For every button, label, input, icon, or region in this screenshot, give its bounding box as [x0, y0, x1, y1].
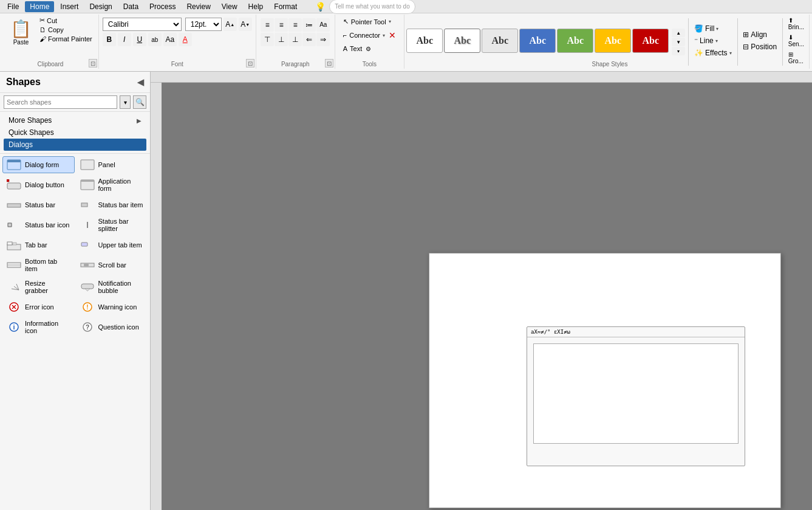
menu-view[interactable]: View — [217, 1, 242, 12]
underline-button[interactable]: U — [133, 33, 146, 46]
menu-file[interactable]: File — [2, 1, 24, 12]
sep1 — [688, 18, 689, 66]
menu-data[interactable]: Data — [118, 1, 143, 12]
shape-error-icon[interactable]: Error icon — [2, 298, 75, 315]
connector-tool-button[interactable]: ⌐ Connector ▾ ✕ — [339, 29, 400, 42]
search-dropdown-button[interactable]: ▾ — [120, 95, 131, 109]
align-center-button[interactable]: ≡ — [275, 18, 288, 32]
fill-button[interactable]: 🪣 Fill ▾ — [692, 23, 734, 34]
text-tool-button[interactable]: A Text ⚙ — [339, 43, 400, 54]
paragraph-controls: ≡ ≡ ≡ ≔ Aa ⊤ ⊥ ⊥ ⇐ ⇒ — [261, 18, 330, 56]
align-middle-button[interactable]: ⊥ — [275, 33, 288, 46]
menu-review[interactable]: Review — [182, 1, 215, 12]
menu-help[interactable]: Help — [244, 1, 268, 12]
shape-style-5[interactable]: Abc — [557, 29, 593, 53]
font-expand[interactable]: ⊡ — [246, 59, 254, 67]
paragraph-expand[interactable]: ⊡ — [325, 59, 333, 67]
shape-styles-scroll-down[interactable]: ▼ — [672, 38, 685, 46]
shape-upper-tab-item[interactable]: Upper tab item — [76, 236, 148, 253]
font-face-select[interactable]: Calibri — [103, 18, 182, 31]
question-icon-shape: ? — [80, 322, 95, 333]
shape-status-bar[interactable]: Status bar — [2, 196, 75, 213]
nav-dialogs[interactable]: Dialogs — [4, 139, 146, 151]
paste-button[interactable]: 📋 Paste — [6, 16, 36, 49]
font-size-aa-button[interactable]: Aa — [163, 33, 177, 46]
indent-decrease-button[interactable]: ⇐ — [302, 33, 316, 46]
align-button[interactable]: ⊞ Align — [740, 29, 779, 40]
strikethrough-button[interactable]: ab — [148, 33, 162, 46]
shape-dialog-button[interactable]: Dialog button — [2, 174, 75, 195]
bold-button[interactable]: B — [103, 33, 116, 46]
shape-application-form[interactable]: Application form — [76, 174, 148, 195]
bullet-list-button[interactable]: ≔ — [302, 18, 316, 32]
copy-button[interactable]: 🗋 Copy — [37, 26, 95, 34]
clipboard-expand[interactable]: ⊡ — [89, 59, 97, 67]
shape-style-1[interactable]: Abc — [406, 29, 443, 53]
menu-insert[interactable]: Insert — [55, 1, 83, 12]
shape-style-6[interactable]: Abc — [595, 29, 631, 53]
align-bottom-button[interactable]: ⊥ — [288, 33, 302, 46]
shape-styles-more[interactable]: ▾ — [672, 47, 685, 55]
main-layout: Shapes ◀ ▾ 🔍 More Shapes ▶ Quick Shapes … — [0, 72, 812, 510]
align-right-button[interactable]: ≡ — [288, 18, 302, 32]
shape-tab-bar[interactable]: Tab bar — [2, 236, 75, 253]
tell-me-input[interactable]: Tell me what you want to do — [329, 0, 415, 14]
format-painter-button[interactable]: 🖌 Format Painter — [37, 35, 95, 43]
shape-notification-bubble[interactable]: Notification bubble — [76, 277, 148, 297]
sep3 — [782, 18, 783, 66]
font-increase-button[interactable]: A▲ — [223, 18, 237, 31]
copy-icon: 🗋 — [39, 26, 46, 33]
shape-panel[interactable]: Panel — [76, 156, 148, 173]
ribbon-tools-group: ↖ Pointer Tool ▾ ⌐ Connector ▾ ✕ A Text … — [335, 15, 404, 69]
font-size-select[interactable]: 12pt. — [185, 18, 222, 31]
shape-style-3[interactable]: Abc — [482, 29, 518, 53]
italic-button[interactable]: I — [118, 33, 131, 46]
effects-button[interactable]: ✨ Effects ▾ — [692, 47, 734, 58]
shape-resize-grabber[interactable]: Resize grabber — [2, 277, 75, 297]
shape-bottom-tab-item[interactable]: Bottom tab item — [2, 255, 75, 275]
shape-question-icon[interactable]: ? Question icon — [76, 317, 148, 337]
menu-process[interactable]: Process — [145, 1, 180, 12]
align-icon: ⊞ — [743, 30, 749, 39]
connector-close-icon[interactable]: ✕ — [389, 30, 396, 40]
bring-forward-button[interactable]: ⬆ Brin... — [786, 16, 807, 32]
nav-quick-shapes[interactable]: Quick Shapes — [4, 126, 146, 139]
menu-design[interactable]: Design — [84, 1, 117, 12]
text-case-button[interactable]: Aa — [316, 18, 330, 32]
menu-home[interactable]: Home — [25, 1, 54, 12]
nav-more-shapes[interactable]: More Shapes ▶ — [4, 114, 146, 126]
text-icon: A — [343, 45, 347, 52]
font-color-button[interactable]: A — [179, 33, 192, 46]
svg-rect-15 — [81, 243, 87, 246]
canvas-shape[interactable]: aX≈≠∕° εXΙ≠ω — [527, 326, 745, 466]
information-icon-label: Information icon — [25, 320, 70, 334]
shape-style-4[interactable]: Abc — [519, 29, 556, 53]
menu-format[interactable]: Format — [269, 1, 302, 12]
shape-information-icon[interactable]: i Information icon — [2, 317, 75, 337]
shape-status-bar-item[interactable]: Status bar item — [76, 196, 148, 213]
shape-status-bar-icon[interactable]: Status bar icon — [2, 215, 75, 235]
search-shapes-input[interactable] — [4, 95, 117, 109]
send-backward-button[interactable]: ⬇ Sen... — [786, 33, 807, 49]
pointer-dropdown-icon: ▾ — [389, 19, 391, 24]
font-decrease-button[interactable]: A▼ — [239, 18, 252, 31]
collapse-panel-button[interactable]: ◀ — [137, 77, 144, 87]
search-go-button[interactable]: 🔍 — [133, 95, 146, 109]
align-top-button[interactable]: ⊤ — [261, 33, 274, 46]
line-button[interactable]: ⁻ Line ▾ — [692, 35, 734, 46]
position-button[interactable]: ⊟ Position — [740, 41, 779, 52]
shape-style-7[interactable]: Abc — [632, 29, 669, 53]
cut-button[interactable]: ✂ Cut — [37, 16, 95, 25]
main-canvas[interactable]: aX≈≠∕° εXΙ≠ω — [162, 83, 812, 510]
shape-status-bar-splitter[interactable]: Status bar splitter — [76, 215, 148, 235]
shape-style-2[interactable]: Abc — [444, 29, 480, 53]
shape-styles-scroll-up[interactable]: ▲ — [672, 29, 685, 37]
shape-scroll-bar[interactable]: Scroll bar — [76, 255, 148, 275]
pointer-tool-button[interactable]: ↖ Pointer Tool ▾ — [339, 16, 400, 27]
align-left-button[interactable]: ≡ — [261, 18, 274, 32]
svg-rect-7 — [7, 204, 21, 207]
shape-dialog-form[interactable]: Dialog form — [2, 156, 75, 173]
information-icon-shape: i — [7, 322, 21, 333]
indent-increase-button[interactable]: ⇒ — [316, 33, 330, 46]
shape-warning-icon[interactable]: ! Warning icon — [76, 298, 148, 315]
